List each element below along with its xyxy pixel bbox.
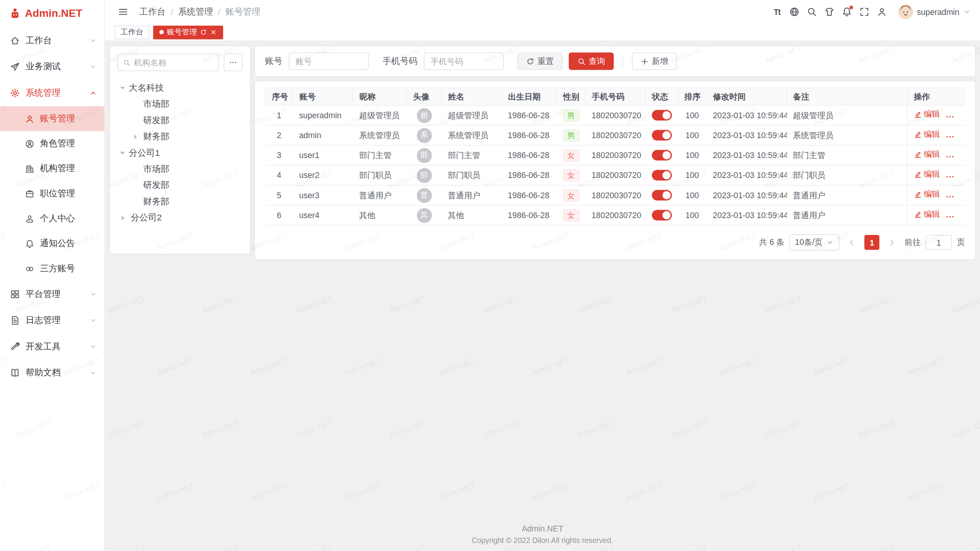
toggle-knob xyxy=(662,131,670,139)
user-menu[interactable]: superadmin xyxy=(898,4,970,19)
reset-button-label: 重置 xyxy=(537,55,554,67)
org-search-input[interactable] xyxy=(134,58,213,67)
edit-button[interactable]: 编辑 xyxy=(914,209,940,220)
app-root: Admin.NET 工作台业务测试系统管理账号管理角色管理机构管理职位管理个人中… xyxy=(0,0,980,551)
sidebar-item-notice[interactable]: 通知公告 xyxy=(0,231,105,256)
caret-right-icon[interactable] xyxy=(134,134,139,139)
status-toggle[interactable] xyxy=(652,150,671,161)
locale-icon[interactable] xyxy=(786,3,803,21)
status-toggle[interactable] xyxy=(652,130,671,141)
tree-node[interactable]: 分公司1 xyxy=(118,145,243,161)
sidebar-item-platform-mgmt[interactable]: 平台管理 xyxy=(0,281,105,308)
phone-filter-input[interactable] xyxy=(424,52,504,70)
breadcrumb-item[interactable]: 系统管理 xyxy=(178,6,213,17)
caret-down-icon[interactable] xyxy=(120,87,125,92)
sidebar-item-label: 三方账号 xyxy=(40,263,75,274)
prev-page-button[interactable] xyxy=(844,235,859,250)
sidebar-item-position-mgmt[interactable]: 职位管理 xyxy=(0,181,105,206)
edit-button[interactable]: 编辑 xyxy=(914,169,940,180)
fullscreen-icon[interactable] xyxy=(856,3,873,21)
status-toggle[interactable] xyxy=(652,210,671,221)
status-toggle[interactable] xyxy=(652,190,671,201)
breadcrumb-item[interactable]: 工作台 xyxy=(139,6,166,17)
sidebar-item-third-account[interactable]: 三方账号 xyxy=(0,256,105,281)
sidebar-item-label: 日志管理 xyxy=(26,315,90,326)
app-logo[interactable]: Admin.NET xyxy=(0,0,105,28)
more-actions-button[interactable] xyxy=(945,212,955,222)
status-toggle[interactable] xyxy=(652,110,671,121)
profile-icon[interactable] xyxy=(873,3,891,21)
tree-node[interactable]: 财务部 xyxy=(118,194,243,210)
sidebar: Admin.NET 工作台业务测试系统管理账号管理角色管理机构管理职位管理个人中… xyxy=(0,0,105,551)
next-page-button[interactable] xyxy=(884,235,899,250)
more-actions-button[interactable] xyxy=(945,191,955,201)
tree-node-label: 分公司1 xyxy=(129,147,160,158)
sidebar-item-personal-center[interactable]: 个人中心 xyxy=(0,206,105,231)
caret-down-icon[interactable] xyxy=(120,152,125,157)
caret-right-icon[interactable] xyxy=(122,215,127,220)
goto-page-input[interactable] xyxy=(926,235,952,250)
edit-button[interactable]: 编辑 xyxy=(914,129,940,140)
filter-bar: 账号 手机号码 重置 查询 新增 xyxy=(255,46,975,76)
cell-remark: 系统管理员 xyxy=(787,125,907,145)
cell-phone: 18020030720 xyxy=(585,185,645,205)
page-size-select[interactable]: 10条/页 xyxy=(789,234,840,250)
sidebar-item-help-docs[interactable]: 帮助文档 xyxy=(0,360,105,386)
sidebar-item-log-mgmt[interactable]: 日志管理 xyxy=(0,307,105,334)
more-actions-button[interactable] xyxy=(945,111,955,121)
edit-button[interactable]: 编辑 xyxy=(914,189,940,200)
footer-copyright: Copyright © 2022 Dilon All rights reserv… xyxy=(105,535,980,546)
tab[interactable]: 账号管理 xyxy=(153,25,223,39)
edit-button[interactable]: 编辑 xyxy=(914,109,940,120)
sidebar-item-system-mgmt[interactable]: 系统管理 xyxy=(0,80,105,106)
avatar: 部 xyxy=(416,168,431,183)
sidebar-item-dev-tools[interactable]: 开发工具 xyxy=(0,334,105,360)
more-actions-button[interactable] xyxy=(945,132,955,142)
sidebar-item-workbench[interactable]: 工作台 xyxy=(0,28,105,54)
main-area: 工作台/系统管理/账号管理 Tt superadmin 工作台账号管理 xyxy=(105,0,980,551)
chevron-down-icon xyxy=(89,63,97,71)
search-button[interactable]: 查询 xyxy=(569,52,614,70)
account-filter-input[interactable] xyxy=(289,52,369,70)
hamburger-icon[interactable] xyxy=(114,3,132,21)
tree-node[interactable]: 研发部 xyxy=(118,112,243,129)
tree-node[interactable]: 研发部 xyxy=(118,178,243,194)
tab[interactable]: 工作台 xyxy=(114,25,149,39)
more-actions-button[interactable] xyxy=(945,171,955,181)
cell-account: user3 xyxy=(293,185,353,205)
reset-button[interactable]: 重置 xyxy=(518,52,563,70)
tree-node-label: 研发部 xyxy=(143,115,170,126)
cell-remark: 超级管理员 xyxy=(787,105,907,125)
sidebar-item-business-test[interactable]: 业务测试 xyxy=(0,54,105,80)
tree-node[interactable]: 市场部 xyxy=(118,96,243,112)
tree-node[interactable]: 大名科技 xyxy=(118,80,243,96)
theme-icon[interactable] xyxy=(821,3,838,21)
tree-node[interactable]: 分公司2 xyxy=(118,210,243,226)
sidebar-item-label: 账号管理 xyxy=(40,113,75,124)
column-header: 操作 xyxy=(907,88,965,105)
gender-badge: 女 xyxy=(563,149,579,161)
tab-close-icon[interactable] xyxy=(210,29,217,36)
add-button[interactable]: 新增 xyxy=(632,52,677,70)
tree-node[interactable]: 市场部 xyxy=(118,161,243,177)
font-size-icon[interactable]: Tt xyxy=(768,3,786,21)
sidebar-item-account-mgmt[interactable]: 账号管理 xyxy=(0,106,105,131)
refresh-icon xyxy=(526,57,534,65)
chevron-down-icon xyxy=(89,317,97,324)
cell-status xyxy=(645,185,678,205)
tab-refresh-icon[interactable] xyxy=(200,29,207,36)
column-header: 姓名 xyxy=(441,88,501,105)
cell-name: 部门职员 xyxy=(441,165,501,185)
org-more-button[interactable] xyxy=(224,54,242,71)
org-tree: 大名科技市场部研发部财务部分公司1市场部研发部财务部分公司2 xyxy=(118,80,243,226)
search-icon[interactable] xyxy=(803,3,821,21)
more-actions-button[interactable] xyxy=(945,152,955,161)
page-1-button[interactable]: 1 xyxy=(864,235,879,250)
column-header: 状态 xyxy=(645,88,678,105)
sidebar-item-role-mgmt[interactable]: 角色管理 xyxy=(0,131,105,156)
status-toggle[interactable] xyxy=(652,170,671,181)
sidebar-item-org-mgmt[interactable]: 机构管理 xyxy=(0,156,105,181)
edit-button[interactable]: 编辑 xyxy=(914,149,940,160)
notification-icon[interactable] xyxy=(838,3,856,21)
tree-node[interactable]: 财务部 xyxy=(118,129,243,145)
